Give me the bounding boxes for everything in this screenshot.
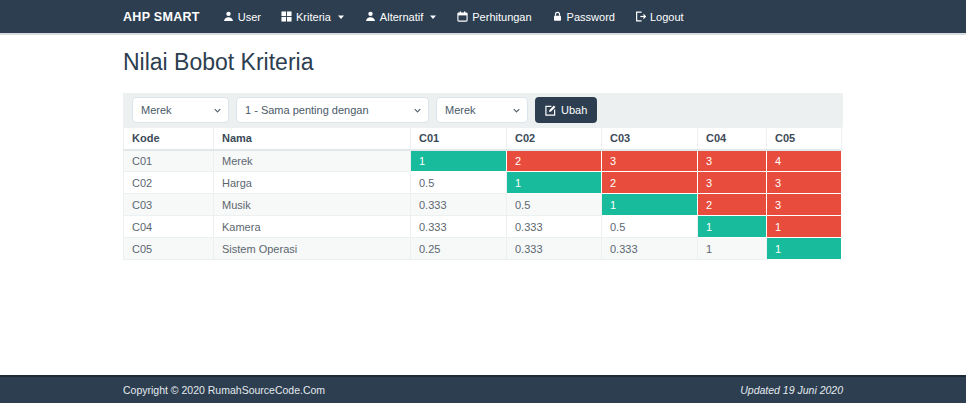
user-icon — [365, 11, 376, 22]
table-header-row: KodeNamaC01C02C03C04C05 — [124, 128, 842, 150]
kriteria2-select-wrap: Merek — [436, 97, 528, 123]
comparison-form: Merek 1 - Sama penting dengan Merek — [123, 93, 843, 127]
ubah-button-label: Ubah — [561, 104, 587, 116]
table-row-c03: C03Musik0.3330.5123 — [124, 194, 842, 216]
user-icon — [223, 11, 234, 22]
cell-nama: Musik — [214, 194, 411, 216]
cell-nama: Kamera — [214, 216, 411, 238]
brand-logo[interactable]: AHP SMART — [123, 0, 200, 33]
cell-value-c02: 0.5 — [507, 194, 602, 216]
cell-value-c01: 0.333 — [411, 216, 507, 238]
kriteria1-select-wrap: Merek — [132, 97, 229, 123]
cell-kode: C01 — [124, 150, 214, 172]
cell-kode: C05 — [124, 238, 214, 260]
edit-icon — [545, 105, 556, 116]
cell-value-c02: 0.333 — [507, 238, 602, 260]
cell-value-c03: 0.333 — [602, 238, 698, 260]
ubah-button[interactable]: Ubah — [535, 97, 597, 123]
nav-item-perhitungan[interactable]: Perhitungan — [447, 0, 541, 33]
column-header-kode: Kode — [124, 128, 214, 150]
column-header-nama: Nama — [214, 128, 411, 150]
cell-value-c01: 0.5 — [411, 172, 507, 194]
page-title: Nilai Bobot Kriteria — [123, 49, 843, 76]
cell-value-c01: 0.25 — [411, 238, 507, 260]
column-header-c01: C01 — [411, 128, 507, 150]
cell-value-c05: 4 — [767, 150, 842, 172]
caret-down-icon — [337, 13, 345, 21]
cell-value-c02: 2 — [507, 150, 602, 172]
cell-value-c02: 1 — [507, 172, 602, 194]
cell-value-c02: 0.333 — [507, 216, 602, 238]
kriteria1-select[interactable]: Merek — [132, 97, 229, 123]
cell-value-c01: 1 — [411, 150, 507, 172]
caret-down-icon — [429, 13, 437, 21]
calendar-icon — [457, 11, 468, 22]
footer: Copyright © 2020 RumahSourceCode.Com Upd… — [0, 375, 966, 403]
nav-item-password[interactable]: Password — [542, 0, 625, 33]
cell-value-c03: 0.5 — [602, 216, 698, 238]
nav-item-logout[interactable]: Logout — [625, 0, 694, 33]
logout-icon — [635, 11, 646, 22]
cell-value-c05: 1 — [767, 216, 842, 238]
column-header-c04: C04 — [698, 128, 767, 150]
column-header-c02: C02 — [507, 128, 602, 150]
table-body: C01Merek12334C02Harga0.51233C03Musik0.33… — [124, 150, 842, 260]
cell-value-c05: 3 — [767, 172, 842, 194]
nilai-perbandingan-select[interactable]: 1 - Sama penting dengan — [236, 97, 429, 123]
lock-icon — [552, 11, 563, 22]
kriteria2-select[interactable]: Merek — [436, 97, 528, 123]
cell-kode: C02 — [124, 172, 214, 194]
cell-value-c04: 3 — [698, 172, 767, 194]
cell-nama: Merek — [214, 150, 411, 172]
nav-item-alternatif[interactable]: Alternatif — [355, 0, 447, 33]
main-content: Nilai Bobot Kriteria Merek 1 - Sama pent… — [123, 35, 843, 260]
cell-value-c04: 3 — [698, 150, 767, 172]
table-row-c02: C02Harga0.51233 — [124, 172, 842, 194]
cell-kode: C03 — [124, 194, 214, 216]
cell-value-c03: 3 — [602, 150, 698, 172]
column-header-c05: C05 — [767, 128, 842, 150]
navbar-menu: User Kriteria Alternatif Perhitungan Pas… — [213, 0, 694, 33]
cell-kode: C04 — [124, 216, 214, 238]
table-row-c01: C01Merek12334 — [124, 150, 842, 172]
cell-value-c05: 3 — [767, 194, 842, 216]
cell-value-c04: 1 — [698, 216, 767, 238]
nav-item-kriteria[interactable]: Kriteria — [271, 0, 355, 33]
cell-value-c04: 2 — [698, 194, 767, 216]
nilai-select-wrap: 1 - Sama penting dengan — [236, 97, 429, 123]
footer-updated: Updated 19 Juni 2020 — [740, 384, 843, 396]
cell-value-c05: 1 — [767, 238, 842, 260]
column-header-c03: C03 — [602, 128, 698, 150]
cell-value-c03: 2 — [602, 172, 698, 194]
cell-value-c03: 1 — [602, 194, 698, 216]
cell-nama: Sistem Operasi — [214, 238, 411, 260]
grid-icon — [281, 11, 292, 22]
table-row-c05: C05Sistem Operasi0.250.3330.33311 — [124, 238, 842, 260]
bobot-kriteria-table: KodeNamaC01C02C03C04C05 C01Merek12334C02… — [123, 127, 842, 260]
table-row-c04: C04Kamera0.3330.3330.511 — [124, 216, 842, 238]
cell-value-c01: 0.333 — [411, 194, 507, 216]
cell-value-c04: 1 — [698, 238, 767, 260]
footer-copyright: Copyright © 2020 RumahSourceCode.Com — [123, 384, 325, 396]
top-navbar: AHP SMART User Kriteria Alternatif Perhi… — [0, 0, 966, 35]
cell-nama: Harga — [214, 172, 411, 194]
nav-item-user[interactable]: User — [213, 0, 271, 33]
